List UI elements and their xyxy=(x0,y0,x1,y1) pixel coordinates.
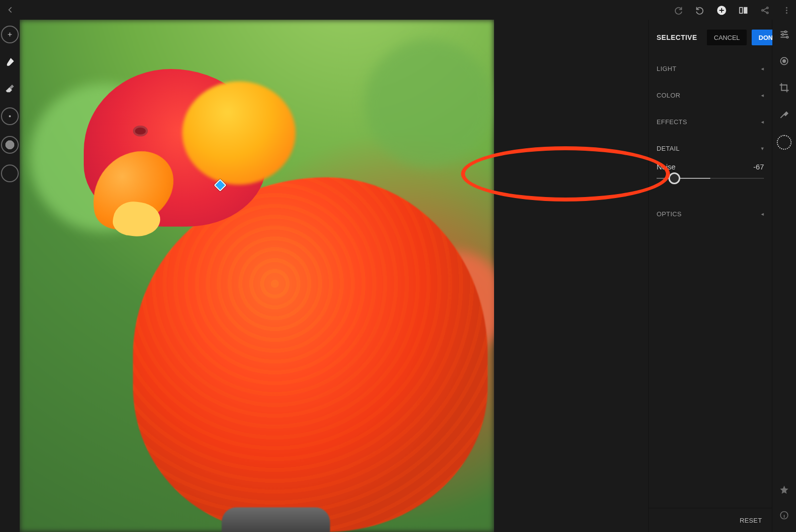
adjust-tool[interactable] xyxy=(778,29,790,40)
brush-tool[interactable] xyxy=(2,54,18,70)
redo-button[interactable] xyxy=(673,5,684,16)
noise-slider-block: Noise -67 xyxy=(657,162,764,188)
svg-point-10 xyxy=(782,33,784,35)
chevron-left-icon: ◂ xyxy=(761,66,764,72)
slider-thumb[interactable] xyxy=(668,172,680,184)
brush-icon xyxy=(4,57,15,67)
svg-point-9 xyxy=(785,31,787,33)
add-selection-tool[interactable] xyxy=(1,26,19,43)
image-canvas[interactable] xyxy=(20,20,494,532)
more-button[interactable] xyxy=(781,5,792,16)
eyedropper-icon xyxy=(779,109,790,120)
slider-label: Noise xyxy=(657,163,675,171)
sliders-icon xyxy=(779,29,790,40)
panel-sections: LIGHT ◂ COLOR ◂ EFFECTS ◂ DETAIL ▾ N xyxy=(649,55,772,508)
section-label: EFFECTS xyxy=(657,118,687,126)
add-icon xyxy=(716,5,727,16)
reset-button[interactable]: RESET xyxy=(740,517,762,524)
crop-tool[interactable] xyxy=(778,82,790,94)
redo-icon xyxy=(673,5,683,15)
section-label: LIGHT xyxy=(657,65,676,72)
photo xyxy=(20,20,494,532)
panel-title: SELECTIVE xyxy=(657,33,697,41)
radial-tool[interactable] xyxy=(1,107,19,125)
eraser-tool[interactable] xyxy=(2,81,18,97)
presets-tool[interactable] xyxy=(778,55,790,67)
star-icon xyxy=(779,485,789,495)
chevron-left-icon: ◂ xyxy=(761,92,764,99)
chevron-down-icon: ▾ xyxy=(761,145,764,152)
svg-rect-2 xyxy=(744,7,747,13)
filled-circle-tool[interactable] xyxy=(1,136,19,154)
eraser-icon xyxy=(4,83,15,94)
svg-point-13 xyxy=(783,60,786,63)
empty-circle-tool[interactable] xyxy=(1,165,19,182)
cancel-button[interactable]: CANCEL xyxy=(707,30,747,45)
noise-slider[interactable] xyxy=(657,178,764,179)
left-toolbar xyxy=(0,20,20,182)
section-label: DETAIL xyxy=(657,145,680,152)
more-icon xyxy=(782,6,791,15)
section-label: COLOR xyxy=(657,92,680,99)
svg-point-12 xyxy=(781,58,788,65)
section-detail[interactable]: DETAIL ▾ Noise -67 xyxy=(649,135,772,188)
panel-footer: RESET xyxy=(649,508,772,532)
presets-icon xyxy=(779,56,790,66)
crop-icon xyxy=(779,82,790,93)
healing-tool[interactable] xyxy=(778,108,790,120)
adjust-panel: SELECTIVE CANCEL DONE LIGHT ◂ COLOR ◂ EF… xyxy=(648,20,772,532)
section-label: OPTICS xyxy=(657,210,682,218)
share-button[interactable] xyxy=(760,5,770,16)
right-tool-rail xyxy=(772,20,796,532)
undo-icon xyxy=(695,5,705,15)
compare-icon xyxy=(738,5,749,15)
svg-point-3 xyxy=(762,9,763,11)
top-actions xyxy=(673,3,792,18)
section-color[interactable]: COLOR ◂ xyxy=(649,82,772,108)
section-effects[interactable]: EFFECTS ◂ xyxy=(649,108,772,135)
svg-point-4 xyxy=(766,7,768,8)
undo-button[interactable] xyxy=(695,5,705,16)
compare-button[interactable] xyxy=(738,5,749,16)
info-icon xyxy=(779,510,789,520)
svg-point-5 xyxy=(766,12,768,13)
svg-point-7 xyxy=(786,10,788,11)
chevron-left-icon: ◂ xyxy=(761,119,764,125)
info-button[interactable] xyxy=(778,509,790,521)
svg-point-11 xyxy=(787,36,789,38)
panel-header: SELECTIVE CANCEL DONE xyxy=(649,20,772,55)
svg-rect-1 xyxy=(740,7,743,13)
selective-tool[interactable] xyxy=(777,135,792,150)
section-optics[interactable]: OPTICS ◂ xyxy=(649,200,772,227)
svg-point-0 xyxy=(717,6,726,15)
svg-point-6 xyxy=(786,7,788,8)
slider-value: -67 xyxy=(753,163,764,171)
chevron-left-icon: ◂ xyxy=(761,211,764,217)
svg-point-14 xyxy=(781,512,788,519)
back-button[interactable] xyxy=(3,2,18,17)
add-button[interactable] xyxy=(716,5,727,16)
plus-icon xyxy=(6,31,13,38)
svg-point-8 xyxy=(786,12,788,14)
rate-button[interactable] xyxy=(778,484,790,496)
section-light[interactable]: LIGHT ◂ xyxy=(649,55,772,82)
share-icon xyxy=(760,5,770,15)
back-arrow-icon xyxy=(6,5,15,14)
